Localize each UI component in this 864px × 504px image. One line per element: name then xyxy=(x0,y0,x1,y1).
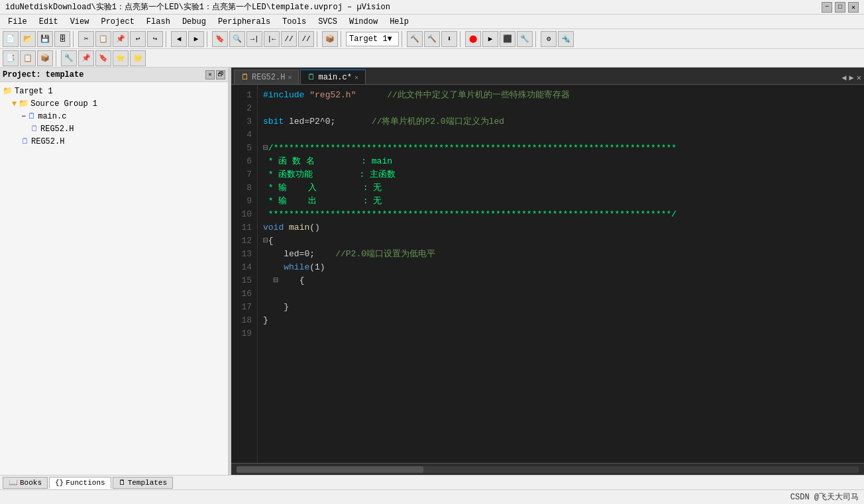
minus-icon: − xyxy=(21,112,26,121)
copy-btn[interactable]: 📋 xyxy=(95,31,111,47)
menu-view[interactable]: View xyxy=(65,16,95,28)
tb2-btn2[interactable]: 📋 xyxy=(20,50,36,66)
tab-main-c[interactable]: 🗒 main.c* ✕ xyxy=(300,70,365,84)
tree-item-main-c[interactable]: − 🗒 main.c xyxy=(3,110,225,123)
stop-btn[interactable]: ⬛ xyxy=(500,31,515,47)
source-group-label: Source Group 1 xyxy=(30,99,97,109)
options-btn[interactable]: ⚙ xyxy=(541,31,557,47)
save-btn[interactable]: 💾 xyxy=(37,31,53,47)
target-icon: 📁 xyxy=(3,86,13,96)
sep5 xyxy=(341,31,343,47)
debug-btn[interactable]: ⬤ xyxy=(465,31,481,47)
window-controls: − □ ✕ xyxy=(822,2,859,13)
tab-bar: 🗒 REG52.H ✕ 🗒 main.c* ✕ ◀ ▶ ✕ xyxy=(231,68,864,85)
folder-icon: ▼ xyxy=(12,99,17,109)
menu-edit[interactable]: Edit xyxy=(34,16,64,28)
open-btn[interactable]: 📂 xyxy=(20,31,36,47)
toolbar-1: 📄 📂 💾 🗄 ✂ 📋 📌 ↩ ↪ ◀ ▶ 🔖 🔍 →| |← // // 📦 … xyxy=(0,29,864,49)
bookmark-btn[interactable]: 🔖 xyxy=(212,31,228,47)
step-btn[interactable]: 🔧 xyxy=(517,31,533,47)
find-btn[interactable]: 🔍 xyxy=(229,31,245,47)
bottom-tab-books[interactable]: 📖 Books xyxy=(3,477,48,489)
tree-item-reg52[interactable]: 🗒 REG52.H xyxy=(3,135,225,148)
tab-bar-left: 🗒 REG52.H ✕ 🗒 main.c* ✕ xyxy=(234,70,367,84)
menu-window[interactable]: Window xyxy=(344,16,383,28)
scrollbar-thumb[interactable] xyxy=(237,466,423,473)
paste-btn[interactable]: 📌 xyxy=(113,31,129,47)
redo-btn[interactable]: ↪ xyxy=(147,31,163,47)
target-label: Target 1 xyxy=(349,34,388,44)
books-label: Books xyxy=(20,479,42,487)
sidebar: Project: template ✕ 🗗 📁 Target 1 ▼ 📁 Sou… xyxy=(0,68,229,475)
menu-svcs[interactable]: SVCS xyxy=(313,16,343,28)
bottom-bar: 📖 Books {} Functions 🗒 Templates xyxy=(0,475,864,489)
tb2-btn5[interactable]: 📌 xyxy=(78,50,94,66)
source-group-icon: 📁 xyxy=(19,99,28,109)
title-bar: iduNetdiskDownload\实验1：点亮第一个LED\实验1：点亮第一… xyxy=(0,0,864,15)
menu-debug[interactable]: Debug xyxy=(177,16,211,28)
tb2-btn4[interactable]: 🔧 xyxy=(61,50,77,66)
tb2-btn1[interactable]: 📑 xyxy=(3,50,19,66)
minimize-button[interactable]: − xyxy=(822,2,832,13)
run-btn[interactable]: ▶ xyxy=(482,31,498,47)
tb2-btn3[interactable]: 📦 xyxy=(37,50,53,66)
tree-item-target[interactable]: 📁 Target 1 xyxy=(3,85,225,97)
tree-item-source-group[interactable]: ▼ 📁 Source Group 1 xyxy=(3,97,225,110)
settings-btn[interactable]: 🔩 xyxy=(558,31,574,47)
tree-item-reg52-sub[interactable]: 🗒 REG52.H xyxy=(3,123,225,135)
main-c-close-btn[interactable]: ✕ xyxy=(354,74,358,81)
rebuild-btn[interactable]: 🔨 xyxy=(424,31,440,47)
maximize-button[interactable]: □ xyxy=(835,2,845,13)
menu-peripherals[interactable]: Peripherals xyxy=(213,16,276,28)
cut-btn[interactable]: ✂ xyxy=(78,31,94,47)
h-scrollbar[interactable] xyxy=(237,466,859,473)
tb2-btn6[interactable]: 🔖 xyxy=(95,50,111,66)
tab-scroll-right[interactable]: ▶ xyxy=(849,73,854,83)
sidebar-controls: ✕ 🗗 xyxy=(205,70,225,79)
tb2-btn7[interactable]: ⭐ xyxy=(113,50,129,66)
sep7 xyxy=(460,31,462,47)
templates-label: Templates xyxy=(128,479,167,487)
sidebar-close-btn[interactable]: ✕ xyxy=(205,70,215,79)
templates-icon: 🗒 xyxy=(119,478,126,487)
sidebar-header: Project: template ✕ 🗗 xyxy=(0,68,228,82)
build-target-btn[interactable]: 🔨 xyxy=(407,31,423,47)
code-content[interactable]: #include "reg52.h" //此文件中定义了单片机的一些特殊功能寄存… xyxy=(258,85,864,463)
close-button[interactable]: ✕ xyxy=(848,2,859,13)
reg52h-close-btn[interactable]: ✕ xyxy=(288,74,292,81)
unindent-btn[interactable]: |← xyxy=(264,31,280,47)
menu-project[interactable]: Project xyxy=(95,16,139,28)
menu-help[interactable]: Help xyxy=(384,16,414,28)
main-layout: Project: template ✕ 🗗 📁 Target 1 ▼ 📁 Sou… xyxy=(0,68,864,475)
nav-fwd-btn[interactable]: ▶ xyxy=(188,31,204,47)
menu-flash[interactable]: Flash xyxy=(141,16,176,28)
toolbar-2: 📑 📋 📦 🔧 📌 🔖 ⭐ 🌟 xyxy=(0,49,864,68)
load-btn[interactable]: ⬇ xyxy=(441,31,457,47)
sep6 xyxy=(402,31,404,47)
bottom-tab-templates[interactable]: 🗒 Templates xyxy=(113,477,173,489)
new-file-btn[interactable]: 📄 xyxy=(3,31,19,47)
menu-tools[interactable]: Tools xyxy=(277,16,311,28)
title-text: iduNetdiskDownload\实验1：点亮第一个LED\实验1：点亮第一… xyxy=(5,1,390,13)
compile-file-btn[interactable]: 📦 xyxy=(322,31,338,47)
menu-file[interactable]: File xyxy=(3,16,32,28)
tab-scroll-left[interactable]: ◀ xyxy=(841,73,846,83)
code-editor[interactable]: 1 2 3 4 5 6 7 8 9 10 11 12 13 14 15 16 1… xyxy=(231,85,864,463)
reg52-sub-label: REG52.H xyxy=(40,125,74,134)
undo-btn[interactable]: ↩ xyxy=(130,31,146,47)
bottom-tab-functions[interactable]: {} Functions xyxy=(49,477,111,489)
tab-reg52h[interactable]: 🗒 REG52.H ✕ xyxy=(234,70,299,84)
sep4 xyxy=(317,31,319,47)
tb2-btn8[interactable]: 🌟 xyxy=(130,50,146,66)
indent-btn[interactable]: →| xyxy=(246,31,262,47)
sidebar-float-btn[interactable]: 🗗 xyxy=(216,70,225,79)
books-icon: 📖 xyxy=(9,478,18,487)
header-icon-2: 🗒 xyxy=(21,136,29,146)
nav-back-btn[interactable]: ◀ xyxy=(171,31,187,47)
target-selector[interactable]: Target 1 ▼ xyxy=(346,32,399,46)
save-all-btn[interactable]: 🗄 xyxy=(54,31,70,47)
sep8 xyxy=(535,31,538,47)
comment-btn[interactable]: // xyxy=(281,31,297,47)
uncomment-btn[interactable]: // xyxy=(298,31,314,47)
close-editor-btn[interactable]: ✕ xyxy=(857,73,861,83)
